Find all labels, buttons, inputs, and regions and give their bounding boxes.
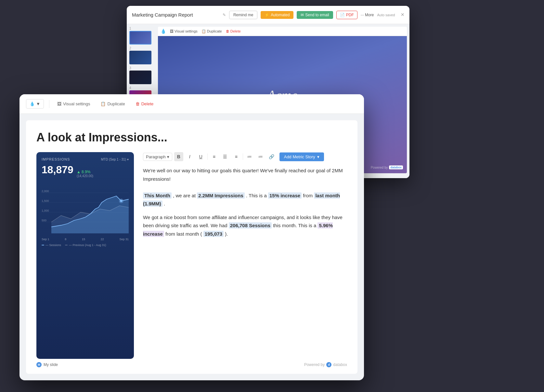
chart-legend: — Sessions — Previous (Aug 1 - Aug 31)	[42, 243, 129, 247]
pdf-icon: 📄	[340, 13, 345, 17]
fg-delete[interactable]: 🗑 Delete	[133, 100, 156, 108]
highlight-sessions: 206,708 Sessions	[229, 222, 272, 229]
fg-drop-button[interactable]: 💧 ▼	[26, 99, 44, 109]
more-button[interactable]: ··· More	[361, 13, 374, 17]
chart-x-labels: Sep 1 8 15 22 Sep 31	[42, 238, 129, 241]
databox-logo-footer: d	[326, 362, 331, 367]
editor-content[interactable]: We're well on our way to hitting our goa…	[143, 166, 347, 243]
fg-toolbar: 💧 ▼ 🖼 Visual settings 📋 Duplicate 🗑 Dele…	[19, 94, 364, 114]
legend-dot-prev	[65, 245, 68, 245]
chevron-down-icon: ▾	[127, 158, 129, 161]
bg-window-title: Marketing Campaign Report	[132, 12, 219, 18]
fg-slide-content: A look at Impressions... IMPRESSIONS MTD…	[26, 120, 357, 374]
highlight-prev-sessions: 195,073	[203, 231, 224, 237]
svg-text:1,500: 1,500	[42, 199, 49, 203]
highlight-increase: 15% increase	[268, 192, 302, 199]
align-right-button[interactable]: ≡	[232, 152, 241, 161]
format-select[interactable]: Paragraph ▾	[143, 153, 172, 161]
bullet-list-button[interactable]: ≔	[245, 152, 254, 161]
slide-footer: M My slide Powered by d databox	[36, 362, 347, 367]
slide-badge-icon: M	[36, 362, 42, 367]
pdf-button[interactable]: 📄 PDF	[336, 11, 357, 19]
numbered-list-button[interactable]: ≔	[256, 152, 265, 161]
my-slide-label: My slide	[44, 362, 58, 367]
edit-icon[interactable]: ✎	[223, 13, 226, 17]
email-icon: ✉	[301, 13, 304, 17]
chevron-down-icon: ▾	[167, 154, 169, 159]
editor-separator-2	[243, 153, 243, 160]
powered-by-footer: Powered by d databox	[304, 362, 347, 367]
chart-prev-value: (14,420.00)	[77, 174, 93, 178]
chart-big-number: 18,879	[42, 164, 73, 176]
align-left-button[interactable]: ≡	[210, 152, 219, 161]
water-drop-icon-fg: 💧	[30, 101, 35, 106]
chart-metric-label: IMPRESSIONS	[42, 157, 70, 161]
chart-value-row: 18,879 ▲ 8.9% (14,420.00)	[42, 164, 129, 178]
bg-delete[interactable]: 🗑 Delete	[226, 29, 241, 33]
chart-period: MTD (Sep 1 - 31) ▾	[101, 158, 129, 161]
chart-delta: ▲ 8.9%	[77, 170, 93, 174]
water-drop-icon: 💧	[161, 29, 166, 34]
visual-settings-icon: 🖼	[57, 101, 61, 106]
send-email-button[interactable]: ✉ Send to email	[297, 11, 333, 19]
editor-separator-1	[207, 153, 208, 160]
align-center-button[interactable]: ☰	[221, 152, 230, 161]
svg-text:1,000: 1,000	[42, 209, 49, 212]
fg-duplicate[interactable]: 📋 Duplicate	[98, 100, 127, 108]
slide-body: IMPRESSIONS MTD (Sep 1 - 31) ▾ 18,879 ▲ …	[36, 152, 347, 359]
slide-thumb-1[interactable]: 1	[129, 27, 153, 45]
delete-icon: 🗑	[136, 101, 140, 106]
bg-visual-settings[interactable]: 🖼 Visual settings	[170, 29, 198, 33]
editor-toolbar: Paragraph ▾ B I U ≡ ☰ ≡ ≔ ≔ 🔗 Add Metric	[143, 152, 347, 161]
fg-visual-settings[interactable]: 🖼 Visual settings	[55, 100, 93, 108]
bold-button[interactable]: B	[174, 152, 183, 161]
italic-button[interactable]: I	[185, 152, 194, 161]
bg-duplicate[interactable]: 📋 Duplicate	[201, 29, 222, 33]
highlight-this-month: This Month	[143, 192, 172, 199]
bg-titlebar: Marketing Campaign Report ✎ Remind me ⚡ …	[127, 6, 409, 24]
chart-widget: IMPRESSIONS MTD (Sep 1 - 31) ▾ 18,879 ▲ …	[36, 152, 134, 359]
close-button[interactable]: ×	[401, 11, 404, 18]
text-editor: Paragraph ▾ B I U ≡ ☰ ≡ ≔ ≔ 🔗 Add Metric	[143, 152, 347, 359]
underline-button[interactable]: U	[196, 152, 205, 161]
highlight-impressions-value: 2.2MM Impressions	[197, 192, 244, 199]
duplicate-icon: 📋	[100, 101, 106, 106]
add-metric-story-button[interactable]: Add Metric Story ▾	[279, 152, 324, 161]
slide-thumb-2[interactable]: 2	[129, 46, 153, 64]
chevron-down-icon: ▾	[317, 154, 319, 159]
automated-button[interactable]: ⚡ Automated	[261, 11, 293, 19]
paragraph-1: We're well on our way to hitting our goa…	[143, 166, 347, 208]
slide-heading: A look at Impressions...	[36, 131, 347, 144]
svg-text:2,000: 2,000	[42, 189, 49, 193]
slide-thumb-3[interactable]: 3	[129, 66, 153, 84]
svg-text:500: 500	[42, 219, 46, 222]
paragraph-2: We got a nice boost from some affiliate …	[143, 213, 347, 238]
bolt-icon: ⚡	[265, 13, 269, 17]
databox-logo-bg: databox	[389, 165, 403, 169]
powered-by-bg: Powered by databox	[371, 165, 403, 169]
chart-svg: 2,000 1,500 1,000 500	[42, 183, 129, 235]
auto-saved-status: Auto saved	[377, 13, 395, 17]
my-slide-badge: M My slide	[36, 362, 58, 367]
link-button[interactable]: 🔗	[267, 152, 276, 161]
bg-slide-toolbar: 💧 🖼 Visual settings 📋 Duplicate 🗑 Delete	[158, 27, 407, 36]
remind-button[interactable]: Remind me	[229, 11, 257, 19]
legend-dot-sessions	[42, 245, 44, 245]
foreground-window: 💧 ▼ 🖼 Visual settings 📋 Duplicate 🗑 Dele…	[19, 94, 364, 380]
svg-point-8	[120, 200, 123, 202]
toolbar-separator-1	[49, 100, 49, 108]
chart-header: IMPRESSIONS MTD (Sep 1 - 31) ▾	[42, 157, 129, 161]
